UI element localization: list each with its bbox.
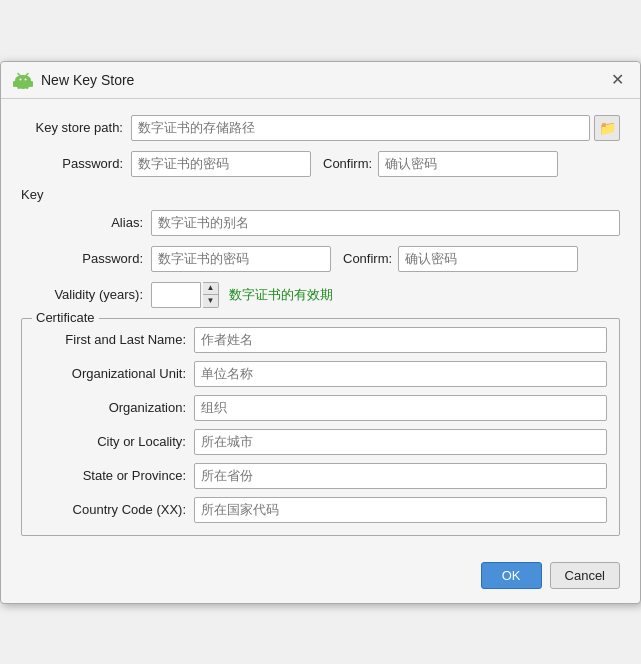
first-last-name-label: First and Last Name: — [34, 332, 194, 347]
org-unit-input[interactable] — [194, 361, 607, 387]
validity-hint: 数字证书的有效期 — [229, 286, 333, 304]
keystore-path-input-group: 📁 — [131, 115, 620, 141]
certificate-section: Certificate First and Last Name: Organiz… — [21, 318, 620, 536]
alias-input[interactable] — [151, 210, 620, 236]
key-password-input[interactable] — [151, 246, 331, 272]
keystore-path-input[interactable] — [131, 115, 590, 141]
password-label: Password: — [21, 156, 131, 171]
validity-row: Validity (years): 25 ▲ ▼ 数字证书的有效期 — [21, 282, 620, 308]
title-bar: New Key Store ✕ — [1, 62, 640, 99]
key-confirm-label: Confirm: — [343, 251, 392, 266]
svg-line-5 — [18, 73, 20, 75]
country-label: Country Code (XX): — [34, 502, 194, 517]
svg-rect-10 — [26, 85, 29, 89]
spinner-down-button[interactable]: ▼ — [203, 295, 218, 307]
android-icon — [13, 70, 33, 90]
browse-button[interactable]: 📁 — [594, 115, 620, 141]
new-key-store-dialog: New Key Store ✕ Key store path: 📁 Passwo… — [0, 61, 641, 604]
folder-icon: 📁 — [599, 120, 616, 136]
first-last-name-input[interactable] — [194, 327, 607, 353]
svg-line-6 — [26, 73, 28, 75]
dialog-footer: OK Cancel — [1, 552, 640, 603]
city-input[interactable] — [194, 429, 607, 455]
state-label: State or Province: — [34, 468, 194, 483]
spinner-up-button[interactable]: ▲ — [203, 283, 218, 296]
svg-point-4 — [25, 78, 27, 80]
state-row: State or Province: — [34, 463, 607, 489]
password-row: Password: Confirm: — [21, 151, 620, 177]
organization-label: Organization: — [34, 400, 194, 415]
key-password-label: Password: — [21, 251, 151, 266]
alias-row: Alias: — [21, 210, 620, 236]
validity-label: Validity (years): — [21, 287, 151, 302]
org-unit-label: Organizational Unit: — [34, 366, 194, 381]
key-password-row: Password: Confirm: — [21, 246, 620, 272]
keystore-path-label: Key store path: — [21, 120, 131, 135]
svg-point-2 — [15, 75, 31, 85]
org-unit-row: Organizational Unit: — [34, 361, 607, 387]
organization-row: Organization: — [34, 395, 607, 421]
key-section-label: Key — [21, 187, 620, 202]
dialog-body: Key store path: 📁 Password: Confirm: Key… — [1, 99, 640, 552]
svg-rect-8 — [31, 81, 34, 87]
spinner-buttons: ▲ ▼ — [203, 282, 219, 308]
svg-rect-9 — [18, 85, 21, 89]
first-last-name-row: First and Last Name: — [34, 327, 607, 353]
confirm-group: Confirm: — [323, 151, 558, 177]
confirm-password-input[interactable] — [378, 151, 558, 177]
key-confirm-input[interactable] — [398, 246, 578, 272]
svg-rect-7 — [13, 81, 16, 87]
close-button[interactable]: ✕ — [607, 72, 628, 88]
keystore-path-row: Key store path: 📁 — [21, 115, 620, 141]
key-confirm-group: Confirm: — [343, 246, 578, 272]
alias-label: Alias: — [21, 215, 151, 230]
dialog-title: New Key Store — [41, 72, 134, 88]
confirm-label: Confirm: — [323, 156, 372, 171]
city-label: City or Locality: — [34, 434, 194, 449]
validity-input[interactable]: 25 — [151, 282, 201, 308]
organization-input[interactable] — [194, 395, 607, 421]
city-row: City or Locality: — [34, 429, 607, 455]
key-section: Key Alias: Password: Confirm: Validity (… — [21, 187, 620, 536]
title-bar-left: New Key Store — [13, 70, 134, 90]
password-input[interactable] — [131, 151, 311, 177]
country-row: Country Code (XX): — [34, 497, 607, 523]
country-input[interactable] — [194, 497, 607, 523]
svg-point-3 — [20, 78, 22, 80]
certificate-legend: Certificate — [32, 310, 99, 325]
state-input[interactable] — [194, 463, 607, 489]
cancel-button[interactable]: Cancel — [550, 562, 620, 589]
ok-button[interactable]: OK — [481, 562, 542, 589]
validity-spinner: 25 ▲ ▼ — [151, 282, 219, 308]
